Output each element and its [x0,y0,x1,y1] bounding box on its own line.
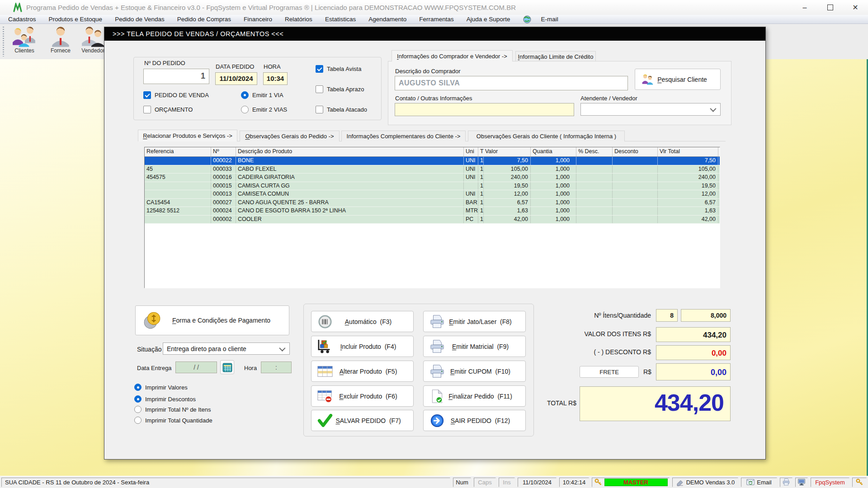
button-emitir-matricial[interactable]: Emitir Matricial (F9) [423,336,526,357]
table-cell: 6,57 [484,199,531,207]
checkbox-tabela-atacado[interactable]: Tabela Atacado [316,106,367,113]
order-number-field[interactable]: 1 [143,69,209,84]
monitor-icon [797,478,806,486]
table-row[interactable]: 000013CAMISETA COMUNUNI112,001,00012,00 [145,190,720,199]
status-email[interactable]: Email [741,478,777,487]
button-sair-pedido[interactable]: SAIR PEDIDO (F12) [423,410,526,431]
order-time-field[interactable]: 10:34 [263,72,288,85]
status-demo: DEMO Vendas 3.0 [672,478,738,487]
close-button[interactable]: ✕ [843,0,868,15]
contact-field[interactable] [395,103,574,116]
menu-item-pedido-de-vendas[interactable]: Pedido de Vendas [108,15,171,23]
table-cell: UNI [464,174,478,182]
menu-item-financeiro[interactable]: Financeiro [237,15,278,23]
menu-item-e-mail[interactable]: E-mail [535,15,565,23]
button-automatico[interactable]: Automático (F3) [311,311,414,332]
table-cell: UNI [464,165,478,174]
tab-limite-credito[interactable]: Informação Limite de Crédito [515,51,596,61]
data-entrega-field[interactable]: / / [175,361,217,373]
status-printer[interactable] [780,478,793,487]
button-salvar-pedido[interactable]: SALVAR PEDIDO (F7) [311,410,414,431]
person1-icon [48,26,73,47]
table-row[interactable]: 000022BONEUNI17,501,0007,50 [145,157,720,165]
menu-item-ferramentas[interactable]: Ferramentas [413,15,460,23]
button-alterar-produto[interactable]: Alterar Produto (F5) [311,361,414,382]
radio-emitir-1-via[interactable]: Emitir 1 VIA [241,91,283,99]
menu-item-relatorios[interactable]: Relatórios [278,15,319,23]
table-row[interactable]: 45000033CABO FLEXELUNI1105,001,000105,00 [145,165,720,174]
button-emitir-jato-laser[interactable]: Emitir Jato/Laser (F8) [423,311,526,332]
minimize-button[interactable]: – [792,0,817,15]
tab-informacoes-comprador[interactable]: Informações do Comprador e Vendedor -> [392,50,513,61]
tab-observacoes-gerais-do-cliente-informacao-interna[interactable]: Observações Gerais do Cliente ( Informaç… [468,131,625,141]
printer-icon [782,478,790,486]
status-network[interactable] [795,478,808,487]
maximize-icon [827,5,833,10]
eraser-icon [676,478,684,486]
barcode-icon [317,314,333,329]
checkbox-orcamento[interactable]: ORÇAMENTO [143,106,193,113]
column-header-referencia: Referencia [145,147,211,156]
table-cell: 000016 [211,174,236,182]
table-cell: 000013 [211,190,236,198]
chevron-down-icon [710,106,716,112]
table-cell: 7,50 [484,157,531,165]
globe-icon[interactable] [523,15,531,23]
check-icon [317,413,333,428]
table-row[interactable]: 000002COOLERPC142,001,00042,00 [145,216,720,224]
menu-item-cadastros[interactable]: Cadastros [2,15,42,23]
table-cell: 1,000 [531,182,576,190]
tab-relacionar-produtos-e-servicos[interactable]: Relacionar Produtos e Serviços -> [138,130,237,141]
toolbar-clientes[interactable]: Clientes [7,26,42,54]
radio-emitir-2-vias[interactable]: Emitir 2 VIAS [241,106,287,113]
table-row[interactable]: 454575000016CADEIRA GIRATORIAUNI1240,001… [145,174,720,182]
radio-imprimir-total-n-de-itens[interactable]: Imprimir Total Nº de Itens [134,406,211,413]
frete-button[interactable]: FRETE [580,366,639,378]
radio-imprimir-descontos[interactable]: Imprimir Descontos [134,395,196,403]
radio-imprimir-total-quantidade[interactable]: Imprimir Total Quantidade [134,417,212,424]
table-cell [145,182,211,190]
checkbox-tabela-avista[interactable]: Tabela Avista [316,65,361,73]
tab-informacoes-complementares-do-cliente[interactable]: Informações Complementares do Cliente -> [341,131,466,141]
table-cell: 454575 [145,174,211,182]
radio-imprimir-valores[interactable]: Imprimir Valores [134,384,188,391]
table-cell: BAR [464,199,478,207]
forma-pagamento-button[interactable]: Forma e Condições de Pagamento [135,305,289,335]
toolbar-drag-handle[interactable] [3,27,4,56]
checkbox-tabela-aprazo[interactable]: Tabela Aprazo [316,85,364,93]
toolbar-fornece[interactable]: Fornece [43,26,78,54]
button-incluir-produto[interactable]: Incluir Produto (F4) [311,336,414,357]
printer-icon [429,339,445,354]
menu-item-estatisticas[interactable]: Estatisticas [319,15,362,23]
table-cell [464,182,478,190]
checkbox-pedido-de-venda[interactable]: PEDIDO DE VENDA [143,91,209,99]
table-cell: 000027 [211,199,236,207]
menu-item-agendamento[interactable]: Agendamento [362,15,413,23]
table-cell: 1,000 [531,207,576,215]
order-date-field[interactable]: 11/10/2024 [215,72,257,85]
table-cell: 1 [478,199,484,207]
hora-entrega-field[interactable]: : [261,361,292,373]
button-emitir-cupom[interactable]: Emitir CUPOM (F10) [423,361,526,382]
desconto-field: 0,00 [656,345,731,360]
situacao-select[interactable]: Entrega direto para o cliente [163,343,290,355]
salesperson-select[interactable] [580,103,721,116]
calendar-button[interactable] [220,360,234,374]
table-cell: 000022 [211,157,236,165]
menu-item-pedido-de-compras[interactable]: Pedido de Compras [171,15,237,23]
maximize-button[interactable] [817,0,843,15]
checkbox-unchecked-icon [143,106,151,113]
menu-item-ajuda-e-suporte[interactable]: Ajuda e Suporte [460,15,517,23]
buyer-name-field[interactable]: AUGUSTO SILVA [395,76,628,90]
button-excluir-produto[interactable]: Excluir Produto (F6) [311,385,414,407]
button-finalizar-pedido[interactable]: Finalizar Pedido (F11) [423,385,526,407]
table-cell [613,165,658,174]
printer-icon [429,314,445,329]
pesquisar-cliente-button[interactable]: Pesquisar Cliente [635,69,721,90]
tab-observacoes-gerais-do-pedido[interactable]: Observações Gerais do Pedido -> [240,131,340,141]
table-row[interactable]: CA15454000027CANO AGUA QUENTE 25 - BARRA… [145,199,720,207]
table-row[interactable]: 000015CAMISA CURTA GG119,501,00019,50 [145,182,720,191]
menu-item-produtos-e-estoque[interactable]: Produtos e Estoque [42,15,109,23]
table-cell: 1,000 [531,199,576,207]
table-row[interactable]: 125482 5512000024CANO DE ESGOTO BARRA 15… [145,207,720,216]
